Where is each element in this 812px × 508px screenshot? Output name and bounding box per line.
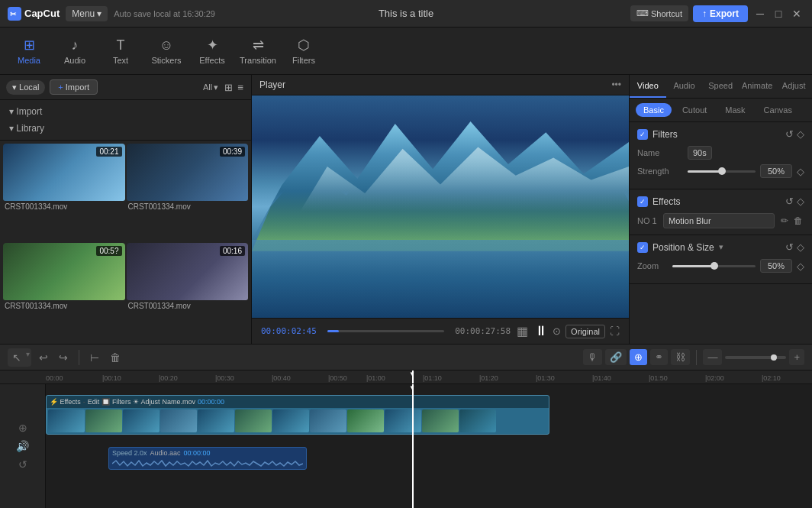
filters-header: ✓ Filters ↺ ◇ [637, 128, 804, 140]
effects-header: ✓ Effects ↺ ◇ [637, 196, 804, 207]
audio-clip[interactable]: Speed 2.0x Audio.aac 00:00:00 [108, 447, 307, 470]
tool-audio[interactable]: ♪ Audio [53, 31, 96, 71]
filter-strength-value: 50% [760, 164, 792, 178]
zoom-out-button[interactable]: — [703, 349, 722, 365]
grid-view-button[interactable]: ⊞ [223, 80, 234, 95]
sidebar-item-library[interactable]: ▾ Library [0, 120, 251, 137]
zoom-in-button[interactable]: + [789, 349, 804, 365]
original-button[interactable]: Original [566, 325, 605, 338]
import-button[interactable]: + Import [50, 79, 98, 95]
audio-track-button[interactable]: 🔊 [16, 440, 29, 452]
tab-speed[interactable]: Speed [702, 75, 739, 98]
export-button[interactable]: ↑ Export [693, 5, 748, 22]
menu-button[interactable]: Menu ▾ [66, 6, 108, 21]
play-button[interactable]: ⏸ [534, 323, 548, 339]
clip-effects-tag: ⚡ Effects [50, 398, 81, 406]
clip-time: 00:00:00 [198, 398, 224, 406]
player-timeline[interactable] [327, 330, 444, 332]
position-size-copy[interactable]: ◇ [797, 241, 804, 253]
magnet-button[interactable]: ⊕ [630, 349, 647, 365]
media-filename-3: CRST001334.mov [3, 300, 125, 312]
filters-checkbox[interactable]: ✓ [637, 129, 648, 140]
player-time-total: 00:00:27:58 [455, 326, 511, 336]
media-item-2[interactable]: 00:39 CRST001334.mov [127, 144, 249, 241]
effects-reset-button[interactable]: ↺ [785, 196, 794, 207]
local-button[interactable]: ▾ Local [6, 80, 45, 95]
filter-strength-reset[interactable]: ◇ [797, 166, 804, 177]
media-item-3[interactable]: 00:5? CRST001334.mov [3, 243, 125, 341]
sub-tab-cutout[interactable]: Cutout [675, 103, 714, 117]
stickers-icon: ☺ [160, 37, 173, 53]
tool-transition[interactable]: ⇌ Transition [237, 31, 279, 71]
effect-delete-button[interactable]: 🗑 [792, 214, 804, 228]
svg-text:✂: ✂ [10, 10, 17, 18]
link-button[interactable]: ⚭ [650, 349, 668, 365]
delete-button[interactable]: 🗑 [107, 350, 124, 365]
filter-name-value: 90s [688, 146, 712, 160]
tab-animate[interactable]: Animate [739, 75, 775, 98]
player-panel: Player ••• 00:00:02:45 00:00:27:58 ▦ ⏸ ⊙ [252, 75, 629, 344]
effect-edit-button[interactable]: ✏ [779, 214, 790, 228]
undo-button[interactable]: ↩ [36, 350, 51, 365]
tool-effects-label: Effects [199, 56, 224, 65]
timeline-body: ⊕ 🔊 ↺ ⚡ Effects - Edit 🔲 Filters ☀ Adjus… [0, 384, 812, 508]
filters-copy-button[interactable]: ◇ [797, 128, 804, 140]
tool-filters[interactable]: ⬡ Filters [282, 31, 325, 71]
position-size-checkbox[interactable]: ✓ [637, 242, 648, 253]
filters-reset-button[interactable]: ↺ [785, 128, 794, 140]
app-logo: ✂ CapCut [8, 7, 60, 21]
media-item-4[interactable]: 00:16 CRST001334.mov [127, 243, 249, 341]
sub-tab-basic[interactable]: Basic [636, 103, 672, 117]
tab-video[interactable]: Video [630, 75, 666, 98]
zoom-slider-timeline[interactable] [725, 356, 786, 359]
player-canvas[interactable] [252, 95, 629, 318]
sub-tab-mask[interactable]: Mask [717, 103, 752, 117]
link-audio-button[interactable]: 🔗 [605, 349, 627, 365]
tool-text[interactable]: T Text [99, 31, 142, 71]
effect-buttons-1: ✏ 🗑 [779, 214, 804, 228]
media-item-1[interactable]: 00:21 CRST001334.mov [3, 144, 125, 241]
minimize-button[interactable]: ─ [752, 6, 768, 21]
filter-strength-slider[interactable] [688, 170, 756, 173]
sidebar-item-import[interactable]: ▾ Import [0, 103, 251, 120]
tab-adjust[interactable]: Adjust [775, 75, 812, 98]
list-view-button[interactable]: ≡ [236, 80, 245, 95]
select-tool-button[interactable]: ↖ [9, 350, 24, 365]
media-panel: ▾ Local + Import All ▾ ⊞ ≡ ▾ Import ▾ Li… [0, 75, 252, 344]
project-title[interactable]: This is a title [379, 8, 433, 19]
zoom-slider[interactable] [672, 265, 756, 267]
split-button[interactable]: ⊢ [87, 350, 102, 365]
color-bar-button[interactable]: ▦ [517, 324, 528, 338]
tab-audio[interactable]: Audio [666, 75, 703, 98]
all-button[interactable]: All ▾ [203, 83, 218, 92]
lock-button[interactable]: ↺ [18, 458, 27, 471]
fullscreen-button[interactable]: ⛶ [610, 325, 620, 337]
media-icon: ⊞ [24, 37, 35, 53]
media-duration-4: 00:16 [220, 246, 245, 256]
redo-button[interactable]: ↪ [56, 350, 71, 365]
playhead[interactable]: ▼ [412, 384, 414, 508]
add-track-button[interactable]: ⊕ [18, 422, 27, 434]
video-clip[interactable]: ⚡ Effects - Edit 🔲 Filters ☀ Adjust Name… [46, 395, 549, 435]
sub-tab-canvas[interactable]: Canvas [756, 103, 800, 117]
timeline: ↖ ▾ ↩ ↪ ⊢ 🗑 🎙 🔗 ⊕ ⚭ ⛓ — + 00:00 |00:10 |… [0, 344, 812, 508]
maximize-button[interactable]: □ [771, 6, 786, 21]
effects-checkbox[interactable]: ✓ [637, 196, 648, 207]
effects-copy-button[interactable]: ◇ [797, 196, 804, 207]
zoom-reset[interactable]: ◇ [797, 260, 804, 272]
clip-name: Name.mov [162, 398, 195, 406]
zoom-row: Zoom 50% ◇ [637, 259, 804, 273]
tool-effects[interactable]: ✦ Effects [191, 31, 234, 71]
tool-media[interactable]: ⊞ Media [8, 31, 50, 71]
shortcut-button[interactable]: ⌨ Shortcut [630, 5, 688, 21]
chain-button[interactable]: ⛓ [671, 349, 690, 365]
mic-button[interactable]: 🎙 [583, 349, 602, 365]
player-menu-button[interactable]: ••• [611, 79, 621, 90]
audio-icon: ♪ [72, 37, 79, 53]
tool-stickers[interactable]: ☺ Stickers [145, 31, 188, 71]
position-size-expand[interactable]: ▾ [719, 242, 723, 252]
screenshot-button[interactable]: ⊙ [553, 325, 561, 337]
position-size-reset[interactable]: ↺ [785, 241, 794, 253]
close-button[interactable]: ✕ [789, 6, 804, 21]
track-area: ⚡ Effects - Edit 🔲 Filters ☀ Adjust Name… [46, 384, 812, 508]
